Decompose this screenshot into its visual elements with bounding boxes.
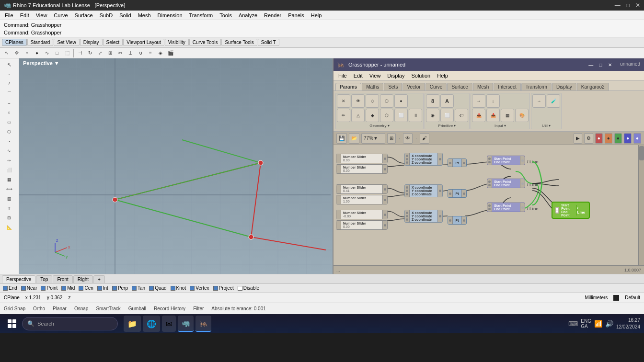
- gh-tab-params[interactable]: Params: [335, 83, 361, 90]
- snap-perp[interactable]: Perp: [112, 285, 128, 291]
- gh-scrollbar-thumb[interactable]: [639, 146, 644, 160]
- maximize-button[interactable]: □: [626, 2, 630, 9]
- tool-scale[interactable]: ⤢: [95, 48, 105, 58]
- start-button[interactable]: [4, 316, 20, 332]
- tool-mesh-icon[interactable]: ▦: [1, 175, 17, 184]
- taskbar-app-grasshopper[interactable]: 🦗: [196, 316, 211, 332]
- tab-surface-tools[interactable]: Surface Tools: [221, 39, 257, 46]
- snap-point[interactable]: Point: [41, 285, 58, 291]
- gh-node-slider-3[interactable]: Number Slider 0.41: [336, 184, 388, 194]
- snap-disable[interactable]: Disable: [238, 285, 259, 291]
- snap-mid-check[interactable]: [61, 286, 66, 291]
- snap-tan[interactable]: Tan: [132, 285, 145, 291]
- taskbar-app-rhino[interactable]: 🦏: [178, 316, 194, 332]
- tab-display[interactable]: Display: [80, 39, 103, 46]
- tool-curve[interactable]: ∿: [42, 48, 52, 58]
- gh-tool-dia[interactable]: ◆: [366, 109, 379, 122]
- gh-node-slider-2[interactable]: Number Slider 0.00: [336, 164, 388, 174]
- gh-node-slider-5[interactable]: Number Slider -0.00: [336, 210, 388, 219]
- gh-util-arrow[interactable]: →: [532, 94, 546, 108]
- gh-tool-tri[interactable]: △: [351, 109, 365, 122]
- snap-int[interactable]: Int: [97, 285, 108, 291]
- gh-menu-help[interactable]: Help: [434, 72, 451, 79]
- menu-transform[interactable]: Transform: [186, 12, 216, 19]
- menu-tools[interactable]: Tools: [217, 12, 235, 19]
- gh-node-xyz-2[interactable]: X coordinate Y coordinate Z coordinate: [404, 184, 443, 197]
- gh-input-down[interactable]: ↓: [486, 94, 500, 108]
- gh-minimize-button[interactable]: —: [587, 61, 594, 68]
- gh-node-slider-1[interactable]: Number Slider 0.00: [336, 154, 388, 163]
- snap-knot-check[interactable]: [171, 286, 175, 291]
- menu-surface[interactable]: Surface: [72, 12, 96, 19]
- gh-run-btn[interactable]: ▶: [574, 133, 582, 144]
- gh-tool-hex[interactable]: ⬡: [380, 109, 393, 122]
- taskbar-app-mail[interactable]: ✉: [162, 316, 176, 332]
- gh-menu-display[interactable]: Display: [384, 72, 407, 79]
- tool-material[interactable]: ◈: [156, 48, 165, 58]
- gh-node-line-2[interactable]: Start Point End Point: [487, 179, 525, 188]
- gh-prim-a[interactable]: A: [440, 94, 454, 108]
- status-osnap[interactable]: Osnap: [74, 306, 88, 311]
- gh-tab-vector[interactable]: Vector: [402, 83, 425, 90]
- tool-text-icon[interactable]: T: [1, 204, 17, 213]
- tab-cplanes[interactable]: CPlanes: [2, 39, 27, 46]
- tool-circle[interactable]: ○: [22, 48, 32, 58]
- gh-color5[interactable]: ●: [633, 133, 641, 144]
- gh-node-line-3[interactable]: Start Point End Point: [487, 203, 525, 212]
- tool-interp-icon[interactable]: ∿: [1, 147, 17, 155]
- snap-perp-check[interactable]: [112, 286, 117, 291]
- gh-node-slider-4[interactable]: Number Slider 1.00: [336, 195, 388, 204]
- gh-tab-display[interactable]: Display: [552, 83, 576, 90]
- taskbar-app-browser[interactable]: 🌐: [143, 316, 160, 332]
- snap-quad[interactable]: Quad: [149, 285, 166, 291]
- gh-node-slider-6[interactable]: Number Slider 0.00: [336, 220, 388, 230]
- gh-tab-surface[interactable]: Surface: [447, 83, 472, 90]
- tab-standard[interactable]: Standard: [27, 39, 54, 46]
- gh-tool-geo3[interactable]: ●: [394, 94, 408, 108]
- gh-green-output-node[interactable]: Start Point End Point / Line: [552, 202, 590, 219]
- tab-front[interactable]: Front: [53, 275, 72, 283]
- snap-mid[interactable]: Mid: [61, 285, 75, 291]
- tool-circle-s-icon[interactable]: ○: [1, 108, 17, 117]
- tab-solid-t[interactable]: Solid T: [258, 39, 279, 46]
- snap-int-check[interactable]: [97, 286, 102, 291]
- gh-node-xyz-3[interactable]: X coordinate Y coordinate Z coordinate: [404, 210, 443, 223]
- gh-color3[interactable]: ●: [614, 133, 622, 144]
- gh-tool-geo1[interactable]: ◇: [366, 94, 379, 108]
- gh-paint-btn[interactable]: 🖌: [420, 133, 429, 144]
- menu-dimension[interactable]: Dimension: [155, 12, 185, 19]
- gh-fit-btn[interactable]: ⊞: [387, 133, 396, 144]
- gh-input-palette[interactable]: 🎨: [515, 109, 529, 122]
- tool-point-icon[interactable]: ·: [1, 70, 17, 79]
- gh-prim-8[interactable]: 8: [426, 94, 439, 108]
- snap-cen-check[interactable]: [79, 286, 83, 291]
- gh-maximize-button[interactable]: □: [597, 61, 604, 68]
- tool-extrude[interactable]: ⬚: [62, 48, 72, 58]
- gh-menu-edit[interactable]: Edit: [351, 72, 366, 79]
- tool-line-icon[interactable]: /: [1, 79, 17, 88]
- tab-top[interactable]: Top: [36, 275, 52, 283]
- gh-tab-transform[interactable]: Transform: [521, 83, 552, 90]
- menu-mesh[interactable]: Mesh: [135, 12, 154, 19]
- snap-end[interactable]: End: [3, 285, 17, 291]
- tool-split[interactable]: ⊥: [126, 48, 135, 58]
- menu-help[interactable]: Help: [308, 12, 325, 19]
- tool-trim[interactable]: ✂: [115, 48, 125, 58]
- gh-node-point-3[interactable]: Pt: [448, 216, 467, 225]
- gh-settings-btn[interactable]: ⚙: [584, 133, 593, 144]
- tab-visibility[interactable]: Visibility: [165, 39, 189, 46]
- gh-tab-maths[interactable]: Maths: [362, 83, 383, 90]
- gh-tab-sets[interactable]: Sets: [384, 83, 402, 90]
- close-button[interactable]: ✕: [635, 2, 640, 9]
- tool-select-icon[interactable]: ↖: [1, 60, 17, 69]
- gh-input-grid[interactable]: ▦: [501, 109, 514, 122]
- snap-point-check[interactable]: [41, 286, 46, 291]
- tool-sphere[interactable]: ●: [32, 48, 42, 58]
- tool-polygon-icon[interactable]: ⬡: [1, 127, 17, 136]
- gh-tab-intersect[interactable]: Intersect: [494, 83, 520, 90]
- gh-menu-solution[interactable]: Solution: [408, 72, 433, 79]
- gh-color1[interactable]: ●: [595, 133, 603, 144]
- menu-render[interactable]: Render: [261, 12, 284, 19]
- tool-free-curve-icon[interactable]: ~: [1, 137, 17, 146]
- gh-tool-cube[interactable]: ⬜: [394, 109, 408, 122]
